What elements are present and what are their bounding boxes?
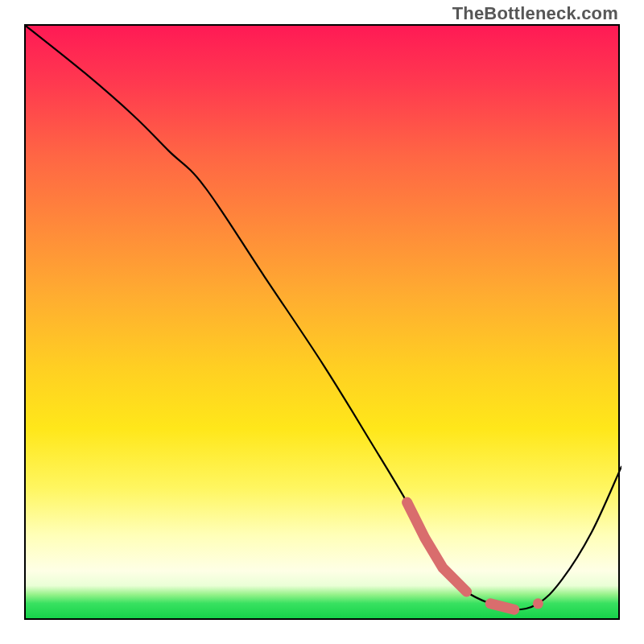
curve-overlay bbox=[26, 26, 621, 621]
watermark-text: TheBottleneck.com bbox=[452, 3, 618, 24]
plot-area bbox=[24, 24, 620, 620]
chart-container: TheBottleneck.com bbox=[0, 0, 644, 644]
accent-highlight bbox=[407, 502, 543, 609]
svg-point-0 bbox=[533, 598, 543, 609]
bottleneck-curve bbox=[26, 26, 621, 609]
